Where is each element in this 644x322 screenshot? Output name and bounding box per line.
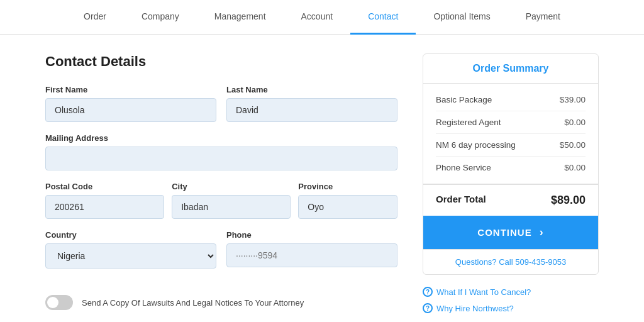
- last-name-label: Last Name: [226, 85, 397, 94]
- attorney-toggle-label: Send A Copy Of Lawsuits And Legal Notice…: [82, 298, 304, 308]
- order-item-name-processing: NM 6 day processing: [436, 140, 516, 150]
- mailing-address-input[interactable]: [45, 147, 397, 170]
- tab-order[interactable]: Order: [66, 0, 124, 35]
- order-item-processing: NM 6 day processing $50.00: [436, 134, 586, 157]
- phone-label: Phone: [226, 230, 397, 240]
- tab-account[interactable]: Account: [284, 0, 351, 35]
- tab-payment[interactable]: Payment: [508, 0, 578, 35]
- cancel-link-label: What If I Want To Cancel?: [436, 287, 531, 297]
- country-label: Country: [45, 230, 216, 240]
- province-label: Province: [298, 182, 397, 191]
- country-select[interactable]: Nigeria United States United Kingdom Can…: [45, 243, 216, 269]
- main-content: Contact Details First Name Last Name Mai…: [20, 35, 624, 322]
- tab-management[interactable]: Management: [197, 0, 284, 35]
- city-group: City: [172, 182, 291, 219]
- order-summary-box: Order Summary Basic Package $39.00 Regis…: [423, 53, 599, 275]
- address-row: Postal Code City Province: [45, 182, 397, 230]
- order-total-row: Order Total $89.00: [423, 184, 598, 216]
- form-title: Contact Details: [45, 53, 397, 70]
- order-item-name-agent: Registered Agent: [436, 118, 501, 127]
- cancel-link[interactable]: ? What If I Want To Cancel?: [423, 284, 599, 300]
- continue-arrow-icon: ›: [540, 226, 544, 239]
- postal-code-label: Postal Code: [45, 182, 164, 191]
- continue-button-label: CONTINUE: [477, 227, 531, 238]
- hire-northwest-icon: ?: [423, 303, 433, 313]
- hire-northwest-link[interactable]: ? Why Hire Northwest?: [423, 300, 599, 316]
- name-row: First Name Last Name: [45, 85, 397, 133]
- continue-button[interactable]: CONTINUE ›: [423, 216, 598, 249]
- order-total-amount: $89.00: [551, 194, 586, 207]
- order-sidebar: Order Summary Basic Package $39.00 Regis…: [423, 53, 599, 316]
- mailing-address-group: Mailing Address: [45, 133, 397, 170]
- tab-company[interactable]: Company: [124, 0, 197, 35]
- province-input[interactable]: [298, 195, 397, 219]
- country-group: Country Nigeria United States United Kin…: [45, 230, 216, 269]
- contact-form: Contact Details First Name Last Name Mai…: [45, 53, 397, 316]
- tab-contact[interactable]: Contact: [350, 0, 416, 35]
- order-item-price-agent: $0.00: [564, 118, 586, 127]
- phone-input[interactable]: [226, 243, 397, 267]
- country-phone-row: Country Nigeria United States United Kin…: [45, 230, 397, 280]
- navigation-tabs: Order Company Management Account Contact…: [0, 0, 644, 35]
- order-item-price-processing: $50.00: [560, 140, 586, 150]
- order-total-label: Order Total: [436, 194, 486, 207]
- city-label: City: [172, 182, 291, 191]
- last-name-group: Last Name: [226, 85, 397, 122]
- order-item-agent: Registered Agent $0.00: [436, 111, 586, 134]
- last-name-input[interactable]: [226, 98, 397, 122]
- order-summary-title: Order Summary: [436, 63, 586, 74]
- order-item-price-phone: $0.00: [564, 163, 586, 172]
- first-name-input[interactable]: [45, 98, 216, 122]
- attorney-toggle[interactable]: [45, 295, 73, 310]
- order-summary-header: Order Summary: [423, 54, 598, 84]
- order-item-name-phone: Phone Service: [436, 163, 491, 172]
- attorney-toggle-row: Send A Copy Of Lawsuits And Legal Notice…: [45, 295, 397, 310]
- postal-code-input[interactable]: [45, 195, 164, 219]
- first-name-label: First Name: [45, 85, 216, 94]
- tab-optional-items[interactable]: Optional Items: [416, 0, 508, 35]
- questions-text: Questions? Call 509-435-9053: [423, 249, 598, 274]
- mailing-address-label: Mailing Address: [45, 133, 397, 143]
- toggle-slider: [45, 295, 73, 310]
- postal-code-group: Postal Code: [45, 182, 164, 219]
- order-item-price-basic: $39.00: [560, 95, 586, 104]
- first-name-group: First Name: [45, 85, 216, 122]
- province-group: Province: [298, 182, 397, 219]
- order-item-name-basic: Basic Package: [436, 95, 492, 104]
- order-items-list: Basic Package $39.00 Registered Agent $0…: [423, 84, 598, 184]
- phone-group: Phone: [226, 230, 397, 269]
- cancel-link-icon: ?: [423, 287, 433, 297]
- order-item-phone: Phone Service $0.00: [436, 157, 586, 179]
- city-input[interactable]: [172, 195, 291, 219]
- help-links: ? What If I Want To Cancel? ? Why Hire N…: [423, 284, 599, 316]
- hire-northwest-label: Why Hire Northwest?: [436, 304, 514, 313]
- order-item-basic: Basic Package $39.00: [436, 89, 586, 111]
